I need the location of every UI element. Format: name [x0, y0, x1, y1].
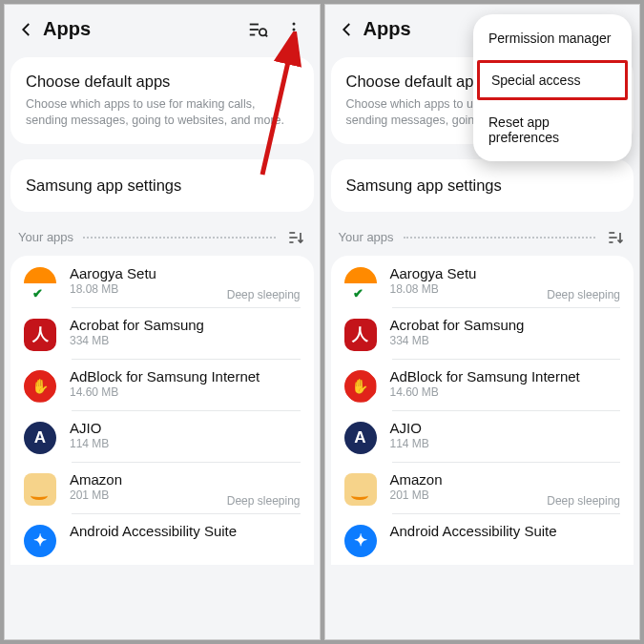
app-name: Aarogya Setu [70, 265, 301, 281]
app-name: AdBlock for Samsung Internet [70, 368, 301, 384]
samsung-settings-card[interactable]: Samsung app settings [331, 159, 634, 212]
app-row[interactable]: AAJIO114 MB [331, 410, 634, 462]
app-size: 334 MB [70, 334, 301, 347]
menu-permission-manager[interactable]: Permission manager [473, 18, 632, 58]
app-icon [344, 473, 377, 506]
samsung-settings-card[interactable]: Samsung app settings [10, 159, 314, 212]
apps-list: Aarogya Setu18.08 MBDeep sleeping人Acroba… [331, 256, 634, 565]
app-name: AJIO [70, 420, 301, 436]
app-meta: Acrobat for Samsung334 MB [70, 317, 301, 347]
search-icon[interactable] [247, 19, 268, 40]
app-icon: A [24, 422, 56, 454]
app-size: 114 MB [390, 437, 621, 450]
menu-special-access[interactable]: Special access [477, 60, 628, 100]
default-apps-desc: Choose which apps to use for making call… [26, 96, 299, 129]
app-icon: 人 [344, 319, 377, 351]
app-row[interactable]: 人Acrobat for Samsung334 MB [10, 307, 314, 359]
back-button[interactable] [337, 19, 358, 40]
app-meta: AJIO114 MB [70, 420, 301, 450]
app-row[interactable]: ✋AdBlock for Samsung Internet14.60 MB [331, 359, 634, 410]
header-bar: Apps [5, 5, 320, 57]
app-icon [24, 473, 56, 506]
app-size: 14.60 MB [70, 385, 301, 399]
app-size: 14.60 MB [390, 385, 621, 399]
app-status: Deep sleeping [227, 494, 301, 508]
svg-line-4 [265, 34, 267, 36]
app-row[interactable]: AAJIO114 MB [10, 410, 314, 462]
app-row[interactable]: 人Acrobat for Samsung334 MB [331, 307, 634, 359]
app-meta: AdBlock for Samsung Internet14.60 MB [390, 368, 621, 399]
overflow-menu: Permission manager Special access Reset … [473, 14, 632, 161]
back-button[interactable] [16, 19, 37, 40]
app-icon: ✋ [24, 370, 56, 403]
more-options-icon[interactable] [283, 19, 304, 40]
app-name: Acrobat for Samsung [390, 317, 621, 333]
default-apps-card[interactable]: Choose default apps Choose which apps to… [10, 57, 314, 144]
app-row[interactable]: Amazon201 MBDeep sleeping [10, 462, 314, 513]
app-status: Deep sleeping [227, 288, 301, 301]
app-icon: ✦ [24, 525, 56, 557]
app-row[interactable]: Amazon201 MBDeep sleeping [331, 462, 634, 513]
svg-point-3 [259, 29, 265, 35]
page-title: Apps [43, 18, 247, 40]
your-apps-label: Your apps [18, 230, 73, 244]
app-name: AJIO [390, 420, 621, 436]
phone-screen-right: Apps Choose default apps Choose which ap… [324, 4, 641, 640]
app-name: Amazon [390, 471, 621, 488]
app-row[interactable]: Aarogya Setu18.08 MBDeep sleeping [331, 256, 634, 307]
app-name: Aarogya Setu [390, 265, 621, 281]
your-apps-header: Your apps [5, 227, 320, 256]
menu-reset-preferences[interactable]: Reset app preferences [473, 102, 632, 157]
app-meta: AdBlock for Samsung Internet14.60 MB [70, 368, 301, 399]
app-icon: 人 [24, 319, 56, 351]
app-icon: A [344, 422, 377, 454]
app-name: Acrobat for Samsung [70, 317, 301, 333]
app-size: 114 MB [70, 437, 301, 450]
divider-dots [404, 237, 595, 239]
app-size: 334 MB [390, 334, 621, 347]
svg-point-6 [292, 28, 295, 31]
app-row[interactable]: ✋AdBlock for Samsung Internet14.60 MB [10, 359, 314, 410]
your-apps-label: Your apps [339, 230, 394, 244]
sort-icon[interactable] [605, 227, 626, 248]
svg-point-5 [292, 22, 295, 25]
app-name: Amazon [70, 471, 301, 488]
app-status: Deep sleeping [547, 494, 620, 508]
app-name: Android Accessibility Suite [390, 523, 621, 539]
app-name: AdBlock for Samsung Internet [390, 368, 621, 384]
app-icon: ✦ [344, 525, 377, 557]
app-meta: Acrobat for Samsung334 MB [390, 317, 621, 347]
divider-dots [83, 237, 275, 239]
app-icon [24, 267, 56, 300]
samsung-settings-title: Samsung app settings [26, 177, 299, 195]
app-icon [344, 267, 377, 300]
default-apps-title: Choose default apps [26, 73, 299, 91]
app-status: Deep sleeping [547, 288, 620, 301]
sort-icon[interactable] [285, 227, 306, 248]
app-row[interactable]: ✦Android Accessibility Suite [331, 513, 634, 565]
app-row[interactable]: ✦Android Accessibility Suite [10, 513, 314, 565]
app-name: Android Accessibility Suite [70, 523, 301, 539]
apps-list: Aarogya Setu18.08 MBDeep sleeping人Acroba… [10, 256, 314, 565]
svg-point-7 [292, 33, 295, 36]
app-meta: Android Accessibility Suite [390, 523, 621, 540]
app-row[interactable]: Aarogya Setu18.08 MBDeep sleeping [10, 256, 314, 307]
app-meta: AJIO114 MB [390, 420, 621, 450]
samsung-settings-title: Samsung app settings [346, 177, 619, 195]
phone-screen-left: Apps Choose default apps Choose which ap… [4, 4, 321, 640]
app-meta: Android Accessibility Suite [70, 523, 301, 540]
app-icon: ✋ [344, 370, 377, 403]
your-apps-header: Your apps [325, 227, 640, 256]
